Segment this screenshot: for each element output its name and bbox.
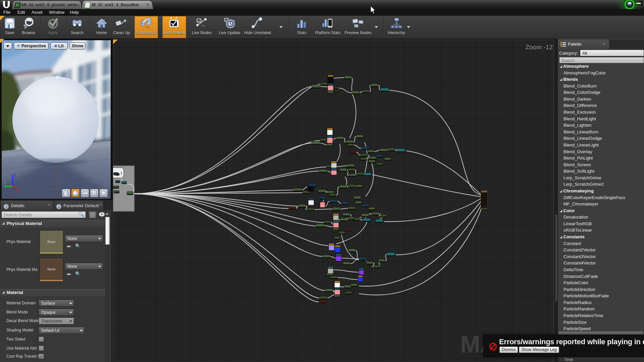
svg-text:Zoom -12: Zoom -12 [526,44,553,51]
svg-text:t: t [121,171,122,176]
svg-text:x: x [18,189,20,194]
svg-text:Z: Z [14,173,16,178]
svg-text:Y: Y [4,181,7,186]
